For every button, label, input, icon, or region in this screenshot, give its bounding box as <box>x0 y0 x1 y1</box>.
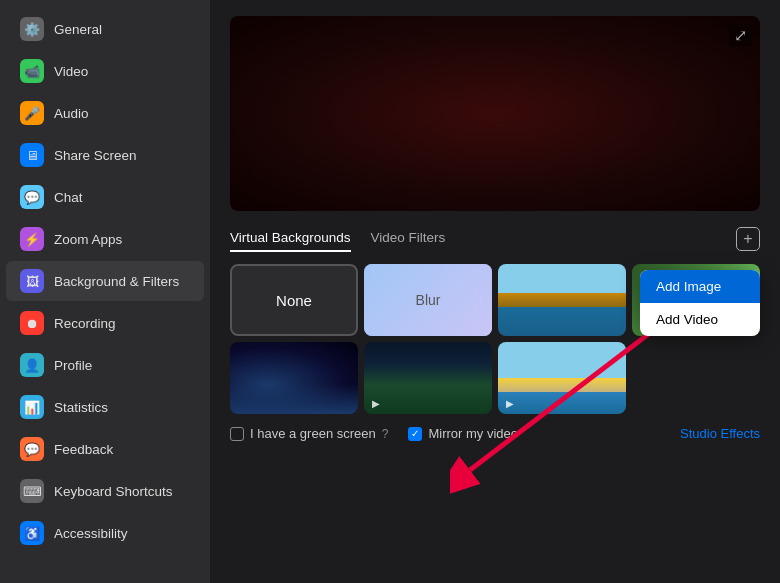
add-video-option[interactable]: Add Video <box>640 303 760 336</box>
bottom-controls: I have a green screen ? Mirror my video … <box>230 426 760 441</box>
sidebar-item-background-filters[interactable]: 🖼 Background & Filters <box>6 261 204 301</box>
sidebar-label-keyboard-shortcuts: Keyboard Shortcuts <box>54 484 173 499</box>
add-image-option[interactable]: Add Image <box>640 270 760 303</box>
mirror-checkbox[interactable] <box>408 427 422 441</box>
preview-area: ⤢ <box>230 16 760 211</box>
background-filters-icon: 🖼 <box>20 269 44 293</box>
statistics-icon: 📊 <box>20 395 44 419</box>
background-aurora[interactable]: ▶ <box>364 342 492 414</box>
tab-video-filters[interactable]: Video Filters <box>371 225 446 252</box>
accessibility-icon: ♿ <box>20 521 44 545</box>
green-screen-label: I have a green screen <box>250 426 376 441</box>
sidebar-label-background-filters: Background & Filters <box>54 274 179 289</box>
sidebar-label-profile: Profile <box>54 358 92 373</box>
zoom-apps-icon: ⚡ <box>20 227 44 251</box>
sidebar-label-accessibility: Accessibility <box>54 526 128 541</box>
green-screen-option: I have a green screen ? <box>230 426 388 441</box>
background-blur-label: Blur <box>416 292 441 308</box>
share-screen-icon: 🖥 <box>20 143 44 167</box>
sidebar-item-zoom-apps[interactable]: ⚡ Zoom Apps <box>6 219 204 259</box>
feedback-icon: 💬 <box>20 437 44 461</box>
mirror-option: Mirror my video <box>408 426 518 441</box>
green-screen-checkbox[interactable] <box>230 427 244 441</box>
sidebar-item-keyboard-shortcuts[interactable]: ⌨ Keyboard Shortcuts <box>6 471 204 511</box>
sidebar-label-general: General <box>54 22 102 37</box>
sidebar-item-statistics[interactable]: 📊 Statistics <box>6 387 204 427</box>
add-background-button[interactable]: + <box>736 227 760 251</box>
tab-virtual-backgrounds[interactable]: Virtual Backgrounds <box>230 225 351 252</box>
sidebar-item-feedback[interactable]: 💬 Feedback <box>6 429 204 469</box>
video-badge-aurora: ▶ <box>372 398 380 409</box>
mirror-label: Mirror my video <box>428 426 518 441</box>
sidebar-label-video: Video <box>54 64 88 79</box>
video-icon: 📹 <box>20 59 44 83</box>
sidebar-label-feedback: Feedback <box>54 442 113 457</box>
main-content: ⤢ Virtual Backgrounds Video Filters + No… <box>210 0 780 583</box>
sidebar-item-profile[interactable]: 👤 Profile <box>6 345 204 385</box>
background-none-label: None <box>276 292 312 309</box>
sidebar-label-zoom-apps: Zoom Apps <box>54 232 122 247</box>
sidebar-label-share-screen: Share Screen <box>54 148 137 163</box>
sidebar-label-audio: Audio <box>54 106 89 121</box>
sidebar-item-audio[interactable]: 🎤 Audio <box>6 93 204 133</box>
studio-effects-link[interactable]: Studio Effects <box>680 426 760 441</box>
sidebar-item-general[interactable]: ⚙️ General <box>6 9 204 49</box>
background-blur[interactable]: Blur <box>364 264 492 336</box>
dropdown-menu: Add Image Add Video <box>640 270 760 336</box>
sidebar-item-share-screen[interactable]: 🖥 Share Screen <box>6 135 204 175</box>
background-none[interactable]: None <box>230 264 358 336</box>
background-beach[interactable]: ▶ <box>498 342 626 414</box>
blur-inner: Blur <box>364 264 492 336</box>
chat-icon: 💬 <box>20 185 44 209</box>
general-icon: ⚙️ <box>20 17 44 41</box>
audio-icon: 🎤 <box>20 101 44 125</box>
video-badge-beach: ▶ <box>506 398 514 409</box>
sidebar-label-recording: Recording <box>54 316 116 331</box>
sidebar-item-recording[interactable]: ⏺ Recording <box>6 303 204 343</box>
background-space[interactable] <box>230 342 358 414</box>
sidebar: ⚙️ General 📹 Video 🎤 Audio 🖥 Share Scree… <box>0 0 210 583</box>
tabs-row: Virtual Backgrounds Video Filters + <box>230 225 760 252</box>
expand-button[interactable]: ⤢ <box>729 24 752 47</box>
green-screen-help[interactable]: ? <box>382 427 389 441</box>
recording-icon: ⏺ <box>20 311 44 335</box>
sidebar-label-chat: Chat <box>54 190 83 205</box>
tabs-container: Virtual Backgrounds Video Filters <box>230 225 465 252</box>
profile-icon: 👤 <box>20 353 44 377</box>
sidebar-item-accessibility[interactable]: ♿ Accessibility <box>6 513 204 553</box>
sidebar-item-video[interactable]: 📹 Video <box>6 51 204 91</box>
background-golden-gate[interactable] <box>498 264 626 336</box>
sidebar-item-chat[interactable]: 💬 Chat <box>6 177 204 217</box>
sidebar-label-statistics: Statistics <box>54 400 108 415</box>
keyboard-shortcuts-icon: ⌨ <box>20 479 44 503</box>
